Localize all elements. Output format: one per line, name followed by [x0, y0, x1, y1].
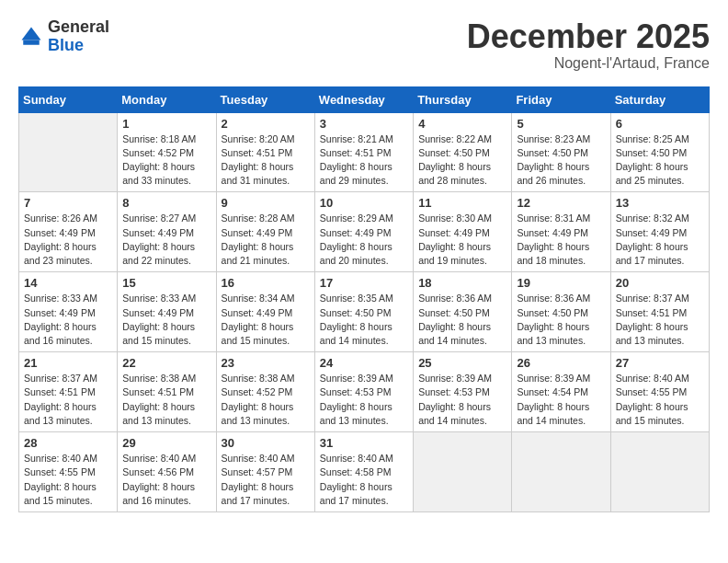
- weekday-header: Wednesday: [314, 86, 413, 112]
- calendar-cell: [512, 432, 610, 512]
- day-number: 30: [222, 436, 310, 450]
- calendar-cell: 4Sunrise: 8:22 AMSunset: 4:50 PMDaylight…: [414, 112, 512, 192]
- logo-blue-text: Blue: [48, 37, 109, 55]
- day-number: 4: [418, 117, 506, 131]
- calendar-cell: 5Sunrise: 8:23 AMSunset: 4:50 PMDaylight…: [512, 112, 610, 192]
- day-info: Sunrise: 8:40 AMSunset: 4:57 PMDaylight:…: [222, 452, 310, 508]
- day-info: Sunrise: 8:20 AMSunset: 4:51 PMDaylight:…: [222, 132, 310, 189]
- day-info: Sunrise: 8:34 AMSunset: 4:49 PMDaylight:…: [222, 292, 310, 348]
- day-number: 8: [122, 196, 210, 210]
- calendar-cell: 8Sunrise: 8:27 AMSunset: 4:49 PMDaylight…: [118, 192, 216, 272]
- day-number: 24: [320, 356, 408, 370]
- calendar-cell: 20Sunrise: 8:37 AMSunset: 4:51 PMDayligh…: [610, 272, 709, 352]
- calendar-week-row: 28Sunrise: 8:40 AMSunset: 4:55 PMDayligh…: [19, 432, 710, 512]
- day-number: 2: [222, 117, 310, 131]
- day-info: Sunrise: 8:23 AMSunset: 4:50 PMDaylight:…: [517, 132, 605, 189]
- day-number: 31: [320, 436, 408, 450]
- day-info: Sunrise: 8:29 AMSunset: 4:49 PMDaylight:…: [320, 212, 408, 268]
- day-info: Sunrise: 8:28 AMSunset: 4:49 PMDaylight:…: [222, 212, 310, 268]
- calendar-cell: 14Sunrise: 8:33 AMSunset: 4:49 PMDayligh…: [19, 272, 118, 352]
- day-info: Sunrise: 8:39 AMSunset: 4:53 PMDaylight:…: [320, 372, 408, 428]
- day-number: 3: [320, 117, 408, 131]
- calendar-cell: 29Sunrise: 8:40 AMSunset: 4:56 PMDayligh…: [118, 432, 216, 512]
- day-info: Sunrise: 8:36 AMSunset: 4:50 PMDaylight:…: [517, 292, 605, 348]
- title-block: December 2025 Nogent-l'Artaud, France: [467, 18, 710, 72]
- calendar-cell: [610, 432, 709, 512]
- calendar-week-row: 14Sunrise: 8:33 AMSunset: 4:49 PMDayligh…: [19, 272, 710, 352]
- day-number: 20: [616, 276, 704, 290]
- day-number: 10: [320, 196, 408, 210]
- day-number: 7: [24, 196, 112, 210]
- calendar-cell: 19Sunrise: 8:36 AMSunset: 4:50 PMDayligh…: [512, 272, 610, 352]
- calendar-cell: 7Sunrise: 8:26 AMSunset: 4:49 PMDaylight…: [19, 192, 118, 272]
- location-title: Nogent-l'Artaud, France: [467, 55, 710, 72]
- day-info: Sunrise: 8:37 AMSunset: 4:51 PMDaylight:…: [616, 292, 704, 348]
- day-info: Sunrise: 8:40 AMSunset: 4:58 PMDaylight:…: [320, 452, 408, 508]
- calendar-cell: 18Sunrise: 8:36 AMSunset: 4:50 PMDayligh…: [414, 272, 512, 352]
- calendar-cell: 27Sunrise: 8:40 AMSunset: 4:55 PMDayligh…: [610, 352, 709, 432]
- calendar-cell: 16Sunrise: 8:34 AMSunset: 4:49 PMDayligh…: [216, 272, 314, 352]
- calendar-week-row: 1Sunrise: 8:18 AMSunset: 4:52 PMDaylight…: [19, 112, 710, 192]
- calendar-cell: 6Sunrise: 8:25 AMSunset: 4:50 PMDaylight…: [610, 112, 709, 192]
- logo-icon: [18, 24, 44, 50]
- day-info: Sunrise: 8:22 AMSunset: 4:50 PMDaylight:…: [418, 132, 506, 189]
- logo-general-text: General: [48, 18, 109, 37]
- day-info: Sunrise: 8:21 AMSunset: 4:51 PMDaylight:…: [320, 132, 408, 189]
- day-number: 27: [616, 356, 704, 370]
- day-info: Sunrise: 8:35 AMSunset: 4:50 PMDaylight:…: [320, 292, 408, 348]
- day-info: Sunrise: 8:39 AMSunset: 4:54 PMDaylight:…: [517, 372, 605, 428]
- day-info: Sunrise: 8:31 AMSunset: 4:49 PMDaylight:…: [517, 212, 605, 268]
- day-info: Sunrise: 8:40 AMSunset: 4:55 PMDaylight:…: [24, 452, 112, 508]
- calendar-cell: 12Sunrise: 8:31 AMSunset: 4:49 PMDayligh…: [512, 192, 610, 272]
- day-info: Sunrise: 8:26 AMSunset: 4:49 PMDaylight:…: [24, 212, 112, 268]
- day-info: Sunrise: 8:33 AMSunset: 4:49 PMDaylight:…: [122, 292, 210, 348]
- day-info: Sunrise: 8:38 AMSunset: 4:52 PMDaylight:…: [222, 372, 310, 428]
- day-number: 13: [616, 196, 704, 210]
- weekday-header: Sunday: [19, 86, 118, 112]
- calendar-week-row: 21Sunrise: 8:37 AMSunset: 4:51 PMDayligh…: [19, 352, 710, 432]
- day-number: 28: [24, 436, 112, 450]
- calendar-cell: 2Sunrise: 8:20 AMSunset: 4:51 PMDaylight…: [216, 112, 314, 192]
- day-number: 9: [222, 196, 310, 210]
- day-number: 1: [122, 117, 210, 131]
- logo: General Blue: [18, 18, 109, 55]
- calendar-cell: 9Sunrise: 8:28 AMSunset: 4:49 PMDaylight…: [216, 192, 314, 272]
- day-info: Sunrise: 8:37 AMSunset: 4:51 PMDaylight:…: [24, 372, 112, 428]
- calendar-cell: [414, 432, 512, 512]
- day-number: 11: [418, 196, 506, 210]
- calendar-cell: 30Sunrise: 8:40 AMSunset: 4:57 PMDayligh…: [216, 432, 314, 512]
- svg-marker-0: [22, 27, 41, 40]
- day-number: 29: [122, 436, 210, 450]
- logo-text: General Blue: [48, 18, 109, 55]
- calendar-cell: 17Sunrise: 8:35 AMSunset: 4:50 PMDayligh…: [314, 272, 413, 352]
- day-info: Sunrise: 8:36 AMSunset: 4:50 PMDaylight:…: [418, 292, 506, 348]
- calendar-cell: 24Sunrise: 8:39 AMSunset: 4:53 PMDayligh…: [314, 352, 413, 432]
- day-number: 17: [320, 276, 408, 290]
- calendar-cell: [19, 112, 118, 192]
- day-info: Sunrise: 8:39 AMSunset: 4:53 PMDaylight:…: [418, 372, 506, 428]
- day-info: Sunrise: 8:18 AMSunset: 4:52 PMDaylight:…: [122, 132, 210, 189]
- weekday-header: Tuesday: [216, 86, 314, 112]
- day-number: 23: [222, 356, 310, 370]
- day-number: 21: [24, 356, 112, 370]
- calendar-cell: 10Sunrise: 8:29 AMSunset: 4:49 PMDayligh…: [314, 192, 413, 272]
- day-number: 18: [418, 276, 506, 290]
- day-number: 19: [517, 276, 605, 290]
- day-info: Sunrise: 8:40 AMSunset: 4:56 PMDaylight:…: [122, 452, 210, 508]
- calendar-cell: 11Sunrise: 8:30 AMSunset: 4:49 PMDayligh…: [414, 192, 512, 272]
- day-number: 22: [122, 356, 210, 370]
- calendar-cell: 13Sunrise: 8:32 AMSunset: 4:49 PMDayligh…: [610, 192, 709, 272]
- day-number: 26: [517, 356, 605, 370]
- calendar-cell: 26Sunrise: 8:39 AMSunset: 4:54 PMDayligh…: [512, 352, 610, 432]
- day-info: Sunrise: 8:40 AMSunset: 4:55 PMDaylight:…: [616, 372, 704, 428]
- calendar-cell: 28Sunrise: 8:40 AMSunset: 4:55 PMDayligh…: [19, 432, 118, 512]
- day-number: 14: [24, 276, 112, 290]
- day-number: 25: [418, 356, 506, 370]
- calendar-header-row: SundayMondayTuesdayWednesdayThursdayFrid…: [19, 86, 710, 112]
- weekday-header: Friday: [512, 86, 610, 112]
- calendar-table: SundayMondayTuesdayWednesdayThursdayFrid…: [18, 86, 710, 512]
- day-info: Sunrise: 8:38 AMSunset: 4:51 PMDaylight:…: [122, 372, 210, 428]
- day-info: Sunrise: 8:27 AMSunset: 4:49 PMDaylight:…: [122, 212, 210, 268]
- weekday-header: Thursday: [414, 86, 512, 112]
- svg-rect-1: [23, 40, 40, 44]
